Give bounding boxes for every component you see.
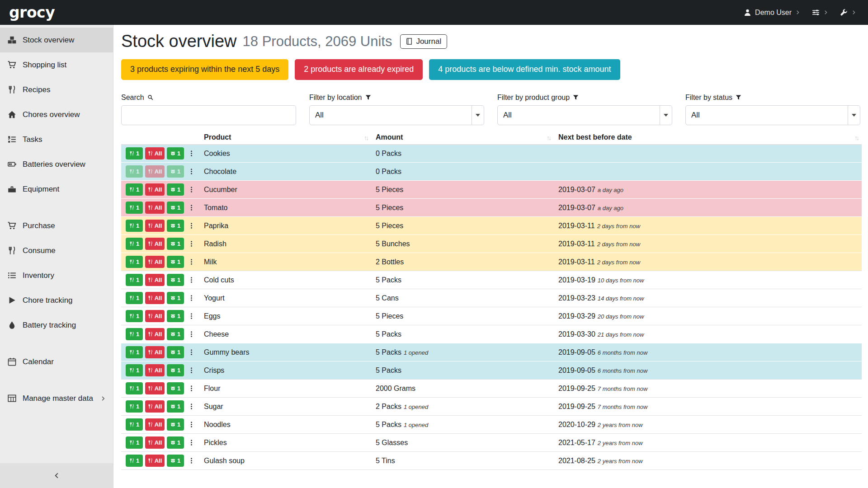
open-one-button[interactable]: 1	[167, 400, 184, 413]
sidebar-item-purchase[interactable]: Purchase	[0, 213, 113, 238]
consume-one-button[interactable]: 1	[126, 455, 143, 467]
sidebar-item-manage-master-data[interactable]: Manage master data	[0, 386, 113, 411]
consume-all-button[interactable]: All	[145, 328, 165, 340]
sidebar-item-consume[interactable]: Consume	[0, 238, 113, 263]
row-menu-button[interactable]	[188, 258, 195, 265]
consume-one-button[interactable]: 1	[126, 238, 143, 250]
row-menu-button[interactable]	[188, 385, 195, 392]
row-menu-button[interactable]	[188, 421, 195, 428]
consume-all-button[interactable]: All	[145, 382, 165, 394]
sidebar-item-chores-overview[interactable]: Chores overview	[0, 102, 113, 127]
consume-all-button[interactable]: All	[145, 418, 165, 431]
consume-all-button[interactable]: All	[145, 346, 165, 358]
open-one-button[interactable]: 1	[167, 238, 184, 250]
sidebar-item-stock-overview[interactable]: Stock overview	[0, 28, 113, 52]
row-menu-button[interactable]	[188, 313, 195, 319]
open-one-button[interactable]: 1	[167, 220, 184, 232]
consume-all-button[interactable]: All	[145, 292, 165, 304]
consume-all-button[interactable]: All	[145, 364, 165, 376]
sidebar-item-battery-tracking[interactable]: Battery tracking	[0, 313, 113, 338]
row-menu-button[interactable]	[188, 295, 195, 301]
row-menu-button[interactable]	[188, 367, 195, 374]
sidebar-collapse-button[interactable]	[0, 463, 113, 488]
consume-one-button[interactable]: 1	[126, 256, 143, 268]
date-column-header[interactable]: Next best before date ↑↓	[554, 132, 862, 145]
status-button-warning[interactable]: 3 products expiring within the next 5 da…	[121, 59, 288, 80]
open-one-button[interactable]: 1	[167, 455, 184, 467]
status-button-info[interactable]: 4 products are below defined min. stock …	[429, 59, 620, 80]
consume-one-button[interactable]: 1	[126, 220, 143, 232]
consume-one-button[interactable]: 1	[126, 165, 143, 178]
user-menu[interactable]: Demo User	[744, 9, 800, 17]
consume-all-button[interactable]: All	[145, 274, 165, 286]
open-one-button[interactable]: 1	[167, 274, 184, 286]
product-column-header[interactable]: Product ↑↓	[199, 132, 371, 145]
sidebar-item-calendar[interactable]: Calendar	[0, 349, 113, 374]
row-menu-button[interactable]	[188, 403, 195, 410]
consume-all-button[interactable]: All	[145, 183, 165, 196]
open-one-button[interactable]: 1	[167, 292, 184, 304]
amount-column-header[interactable]: Amount ↑↓	[371, 132, 554, 145]
open-one-button[interactable]: 1	[167, 364, 184, 376]
consume-all-button[interactable]: All	[145, 147, 165, 160]
grocy-logo[interactable]: grocy	[9, 4, 55, 21]
row-menu-button[interactable]	[188, 204, 195, 211]
consume-all-button[interactable]: All	[145, 165, 165, 178]
consume-all-button[interactable]: All	[145, 202, 165, 214]
status-button-danger[interactable]: 2 products are already expired	[295, 59, 423, 80]
open-one-button[interactable]: 1	[167, 328, 184, 340]
open-one-button[interactable]: 1	[167, 165, 184, 178]
journal-button[interactable]: Journal	[400, 34, 447, 49]
sidebar-item-batteries-overview[interactable]: Batteries overview	[0, 152, 113, 177]
open-one-button[interactable]: 1	[167, 418, 184, 431]
location-select[interactable]: All	[309, 105, 484, 125]
consume-one-button[interactable]: 1	[126, 328, 143, 340]
consume-one-button[interactable]: 1	[126, 274, 143, 286]
consume-all-button[interactable]: All	[145, 256, 165, 268]
admin-menu[interactable]	[840, 9, 856, 16]
product-group-select[interactable]: All	[497, 105, 672, 125]
sidebar-item-shopping-list[interactable]: Shopping list	[0, 52, 113, 77]
consume-one-button[interactable]: 1	[126, 382, 143, 394]
consume-one-button[interactable]: 1	[126, 310, 143, 322]
sidebar-item-chore-tracking[interactable]: Chore tracking	[0, 288, 113, 313]
consume-all-button[interactable]: All	[145, 436, 165, 449]
consume-one-button[interactable]: 1	[126, 292, 143, 304]
row-menu-button[interactable]	[188, 186, 195, 193]
consume-one-button[interactable]: 1	[126, 183, 143, 196]
consume-one-button[interactable]: 1	[126, 147, 143, 160]
consume-all-button[interactable]: All	[145, 220, 165, 232]
row-menu-button[interactable]	[188, 222, 195, 229]
consume-one-button[interactable]: 1	[126, 346, 143, 358]
consume-all-button[interactable]: All	[145, 400, 165, 413]
sidebar-item-equipment[interactable]: Equipment	[0, 177, 113, 202]
row-menu-button[interactable]	[188, 168, 195, 175]
row-menu-button[interactable]	[188, 439, 195, 446]
consume-one-button[interactable]: 1	[126, 436, 143, 449]
open-one-button[interactable]: 1	[167, 346, 184, 358]
open-one-button[interactable]: 1	[167, 202, 184, 214]
open-one-button[interactable]: 1	[167, 436, 184, 449]
row-menu-button[interactable]	[188, 457, 195, 464]
row-menu-button[interactable]	[188, 150, 195, 157]
row-menu-button[interactable]	[188, 240, 195, 247]
consume-all-button[interactable]: All	[145, 310, 165, 322]
consume-all-button[interactable]: All	[145, 455, 165, 467]
sidebar-item-inventory[interactable]: Inventory	[0, 263, 113, 288]
consume-one-button[interactable]: 1	[126, 364, 143, 376]
consume-one-button[interactable]: 1	[126, 202, 143, 214]
open-one-button[interactable]: 1	[167, 382, 184, 394]
row-menu-button[interactable]	[188, 277, 195, 283]
consume-all-button[interactable]: All	[145, 238, 165, 250]
row-menu-button[interactable]	[188, 331, 195, 338]
search-input[interactable]	[121, 105, 296, 125]
open-one-button[interactable]: 1	[167, 256, 184, 268]
status-select[interactable]: All	[685, 105, 860, 125]
consume-one-button[interactable]: 1	[126, 418, 143, 431]
sidebar-item-tasks[interactable]: Tasks	[0, 127, 113, 152]
open-one-button[interactable]: 1	[167, 310, 184, 322]
settings-menu[interactable]	[812, 9, 828, 16]
sidebar-item-recipes[interactable]: Recipes	[0, 77, 113, 102]
open-one-button[interactable]: 1	[167, 147, 184, 160]
open-one-button[interactable]: 1	[167, 183, 184, 196]
